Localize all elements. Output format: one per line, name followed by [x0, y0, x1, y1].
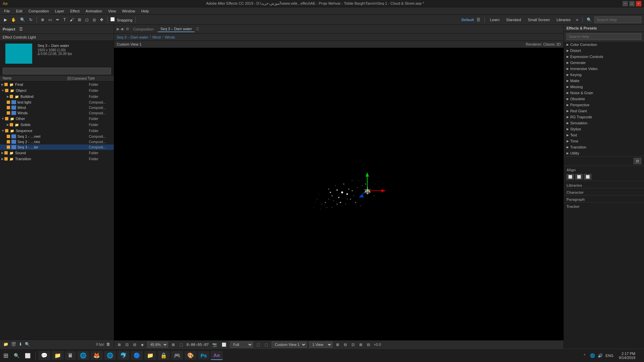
effect-obsolete[interactable]: ▶ Obsolete — [564, 96, 644, 102]
align-right-btn[interactable]: ⬜ — [584, 174, 591, 180]
tool-text[interactable]: T — [62, 17, 67, 23]
effect-text[interactable]: ▶ Text — [564, 132, 644, 138]
list-item[interactable]: ▶ 📁 Final Folder — [0, 81, 114, 87]
menu-file[interactable]: File — [1, 8, 13, 14]
taskbar-app-paint[interactable]: 🎨 — [184, 351, 197, 360]
search-taskbar-btn[interactable]: 🔍 — [12, 352, 21, 360]
taskbar-app-app2[interactable]: 🐬 — [117, 351, 129, 360]
tool-pen[interactable]: ✒ — [55, 17, 61, 23]
list-item[interactable]: test light Composit... — [0, 100, 114, 105]
effect-red-giant[interactable]: ▶ Red Giant — [564, 108, 644, 114]
project-search-input[interactable] — [3, 68, 111, 74]
workspace-default[interactable]: Default — [462, 18, 474, 22]
tool-puppet[interactable]: ✤ — [99, 17, 105, 23]
menu-edit[interactable]: Edit — [13, 8, 25, 14]
taskbar-app-photoshop[interactable]: Ps — [198, 351, 209, 360]
list-item[interactable]: ▼ 📁 Sequence Folder — [0, 128, 114, 134]
effect-missing[interactable]: ▶ Missing — [564, 84, 644, 90]
workspace-more[interactable]: » — [575, 17, 580, 23]
effect-expression-controls[interactable]: ▶ Expression Controls — [564, 54, 644, 60]
viewer-aspect-btn[interactable]: ⬚ — [178, 342, 184, 347]
viewer-overlay4-btn[interactable]: ⊞ — [358, 342, 363, 347]
maximize-button[interactable]: □ — [629, 1, 635, 6]
tool-clone[interactable]: ⊞ — [76, 17, 83, 23]
search-btn[interactable]: 🔍 — [24, 341, 31, 347]
snapping-checkbox[interactable] — [110, 17, 115, 21]
tool-hand[interactable]: ✋ — [10, 17, 17, 23]
effect-simulation[interactable]: ▶ Simulation — [564, 120, 644, 126]
taskbar-app-explorer[interactable]: 📁 — [52, 351, 64, 360]
viewer-fit-btn[interactable]: ⊞ — [171, 342, 176, 347]
list-item[interactable]: ▶ 📁 Buildind Folder — [0, 94, 114, 100]
toggle-transparency-btn[interactable]: ⬜ — [221, 342, 227, 347]
workspace-smallscreen[interactable]: Small Screen — [525, 17, 552, 22]
taskbar-app-security[interactable]: 🔒 — [158, 351, 170, 360]
menu-help[interactable]: Help — [139, 8, 152, 14]
effect-matte[interactable]: ▶ Matte — [564, 78, 644, 84]
list-item[interactable]: ▶ 📁 Solids Folder — [0, 122, 114, 128]
menu-composition[interactable]: Composition — [26, 8, 52, 14]
import-btn[interactable]: ⬇ — [18, 341, 23, 347]
effect-noise-grain[interactable]: ▶ Noise & Grain — [564, 90, 644, 96]
tool-roto[interactable]: ◎ — [91, 17, 97, 23]
effects-panel-expand-btn[interactable]: ⊟ — [634, 158, 641, 164]
effects-search-input[interactable] — [567, 33, 641, 40]
effect-transition[interactable]: ▶ Transition — [564, 144, 644, 150]
tool-paint[interactable]: 🖌 — [68, 17, 75, 23]
viewer-overlay5-btn[interactable]: ⊟ — [366, 342, 371, 347]
tool-select[interactable]: ▶ — [3, 17, 8, 23]
effect-immersive[interactable]: ▶ Immersive Video — [564, 66, 644, 72]
effect-utility[interactable]: ▶ Utility — [564, 150, 644, 156]
effect-generate[interactable]: ▶ Generate — [564, 60, 644, 66]
viewer-overlay2-btn[interactable]: ⊟ — [343, 342, 348, 347]
new-folder-btn[interactable]: 📁 — [3, 341, 9, 347]
menu-effect[interactable]: Effect — [67, 8, 82, 14]
new-comp-btn[interactable]: 🎬 — [10, 341, 17, 347]
zoom-selector[interactable]: 45.8% 100% 50% — [147, 342, 168, 348]
workspace-libraries[interactable]: Libraries — [554, 17, 573, 22]
delete-btn[interactable]: 🗑 — [106, 341, 111, 347]
list-item[interactable]: Seq 3 - …ter Composit... — [0, 144, 114, 150]
list-item[interactable]: ▼ 📁 Object Folder — [0, 87, 114, 94]
breadcrumb-winds[interactable]: Winds — [165, 35, 175, 39]
quality-selector[interactable]: Full Half Third Quarter — [230, 342, 253, 348]
workspace-menu-btn[interactable]: ☰ — [475, 17, 482, 23]
menu-view[interactable]: View — [105, 8, 119, 14]
start-button[interactable]: ⊞ — [1, 351, 10, 361]
search-icon[interactable]: 🔍 — [585, 17, 593, 23]
view-selector[interactable]: Custom View 1 Active Camera Front Top — [272, 342, 307, 348]
viewer-grid-btn[interactable]: ⊟ — [132, 342, 137, 347]
viewer-3d-btn[interactable]: ◈ — [140, 342, 145, 347]
list-item[interactable]: Winds Composit... — [0, 110, 114, 116]
menu-window[interactable]: Window — [119, 8, 138, 14]
effect-color-correction[interactable]: ▶ Color Correction — [564, 42, 644, 48]
effect-time[interactable]: ▶ Time — [564, 138, 644, 144]
tool-zoom[interactable]: 🔍 — [19, 17, 26, 23]
viewer-overlay1-btn[interactable]: ⊞ — [335, 342, 340, 347]
effect-distort[interactable]: ▶ Distort — [564, 48, 644, 54]
search-help-input[interactable] — [594, 16, 641, 23]
tool-rotate[interactable]: ↻ — [28, 17, 34, 23]
effect-keying[interactable]: ▶ Keying — [564, 72, 644, 78]
workspace-standard[interactable]: Standard — [503, 17, 524, 22]
effect-stylize[interactable]: ▶ Stylize — [564, 126, 644, 132]
effect-perspective[interactable]: ▶ Perspective — [564, 102, 644, 108]
taskbar-app-edge[interactable]: 💬 — [38, 351, 50, 360]
taskbar-app-chrome[interactable]: 🌐 — [104, 351, 116, 360]
align-center-btn[interactable]: ⬜ — [575, 174, 583, 180]
breadcrumb-wind[interactable]: Wind — [152, 35, 161, 39]
taskbar-app-internet[interactable]: 🌐 — [77, 351, 89, 360]
viewer-format-btn[interactable]: ⊞ — [117, 342, 122, 347]
list-item[interactable]: Wind Composit... — [0, 105, 114, 110]
list-item[interactable]: ▼ 📁 Other Folder — [0, 116, 114, 122]
breadcrumb-seq3[interactable]: Seq 3 – Dam water — [117, 35, 148, 39]
tool-mask[interactable]: ▭ — [47, 17, 53, 23]
align-left-btn[interactable]: ⬜ — [567, 174, 574, 180]
tool-anchor[interactable]: ⊕ — [40, 17, 46, 23]
taskbar-app-files[interactable]: 📁 — [144, 351, 156, 360]
list-item[interactable]: ▶ 📁 Transition Folder — [0, 156, 114, 162]
viewer-overlay3-btn[interactable]: ⊡ — [351, 342, 356, 347]
viewer-region-btn[interactable]: ⬚ — [256, 342, 261, 347]
taskbar-app-app3[interactable]: 🔵 — [131, 351, 143, 360]
effect-rg-trapcode[interactable]: ▶ RG Trapcode — [564, 114, 644, 120]
